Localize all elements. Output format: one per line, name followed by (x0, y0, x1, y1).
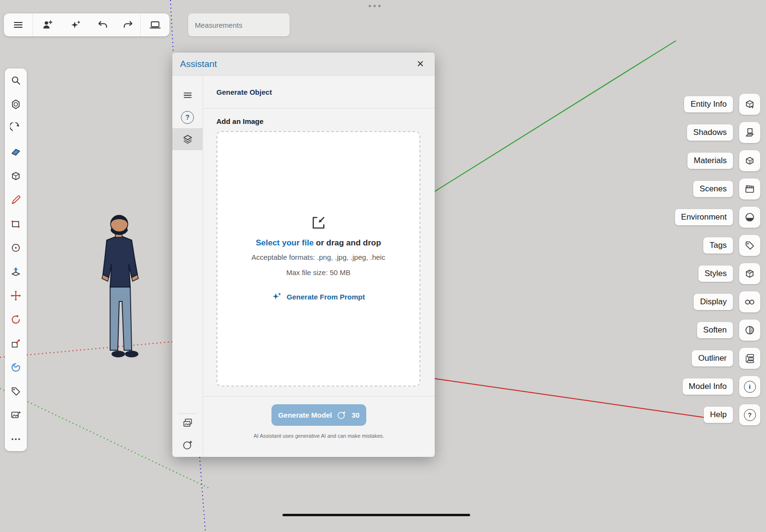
push-pull-icon (10, 266, 22, 277)
insert-image-tool-button[interactable] (5, 403, 27, 427)
rectangle-points-icon (10, 218, 22, 230)
drag-drop-text: or drag and drop (314, 238, 381, 247)
component-tool-button[interactable] (5, 92, 27, 116)
push-pull-tool-button[interactable] (5, 260, 27, 284)
generate-object-content: Add an Image Select your file or drag an… (203, 109, 435, 396)
undo-icon (97, 19, 109, 31)
tag-icon (10, 386, 22, 397)
generate-from-prompt-button[interactable]: Generate From Prompt (269, 291, 368, 302)
panel-label-display[interactable]: Display (694, 294, 733, 310)
panel-label-shadows[interactable]: Shadows (687, 124, 733, 141)
shadows-button[interactable] (739, 122, 760, 143)
panel-label-model-info[interactable]: Model Info (683, 378, 733, 395)
close-button[interactable]: ✕ (414, 56, 427, 71)
circle-tool-button[interactable] (5, 236, 27, 260)
image-sparkle-icon (10, 410, 22, 421)
rotate-tool-button[interactable] (5, 308, 27, 332)
select-file-link[interactable]: Select your file (256, 238, 314, 247)
hamburger-icon (12, 19, 24, 31)
zoom-tool-button[interactable] (5, 68, 27, 92)
tags-button[interactable] (739, 235, 760, 256)
measurements-box (188, 13, 290, 36)
outliner-button[interactable] (739, 348, 760, 369)
section-header: Generate Object (203, 76, 435, 109)
hexagon-icon (10, 99, 22, 110)
assistant-help-button[interactable]: ? (172, 106, 203, 128)
panel-label-entity-info[interactable]: Entity Info (684, 96, 733, 112)
panel-label-help[interactable]: Help (704, 407, 733, 423)
soften-button[interactable] (739, 320, 760, 341)
panel-label-text: Outliner (698, 354, 727, 363)
window-drag-handle-icon[interactable] (369, 5, 381, 7)
eraser-tool-button[interactable] (5, 140, 27, 164)
panel-label-text: Tags (710, 241, 727, 250)
generate-from-prompt-label: Generate From Prompt (287, 293, 365, 301)
paint-tool-button[interactable] (5, 355, 27, 379)
tag-tool-button[interactable] (5, 379, 27, 403)
tag-icon (744, 240, 755, 251)
panel-row-styles: Styles (675, 263, 760, 284)
panel-label-text: Styles (705, 269, 727, 278)
materials-icon (744, 155, 755, 166)
tool-palette (5, 68, 27, 451)
assistant-gallery-button[interactable] (172, 412, 203, 434)
panel-label-environment[interactable]: Environment (675, 209, 733, 225)
section-tool-button[interactable] (5, 164, 27, 188)
sketchup-app: Entity Info Shadows Materials Scenes Env (0, 0, 766, 532)
scale-figure[interactable] (88, 211, 149, 363)
ai-assistant-button[interactable] (62, 13, 90, 36)
red-pencil-icon (10, 194, 22, 206)
assistant-menu-button[interactable] (172, 84, 203, 106)
move-tool-button[interactable] (5, 284, 27, 308)
assistant-dialog-header[interactable]: Assistant ✕ (172, 53, 435, 76)
scenes-button[interactable] (739, 178, 760, 200)
panel-label-text: Scenes (699, 184, 727, 193)
add-person-button[interactable] (33, 13, 62, 36)
glasses-icon (743, 296, 756, 308)
assistant-dialog-body: ? Generate Object Add an Image (172, 76, 435, 457)
scale-tool-button[interactable] (5, 332, 27, 355)
help-circle-icon: ? (181, 111, 194, 124)
main-menu-button[interactable] (4, 13, 33, 36)
orbit-tool-button[interactable] (5, 116, 27, 140)
materials-button[interactable] (739, 150, 760, 171)
undo-button[interactable] (90, 13, 115, 36)
generate-model-button[interactable]: Generate Model 30 (271, 404, 366, 426)
panel-label-text: Entity Info (690, 100, 727, 109)
panel-row-display: Display (675, 291, 760, 312)
panel-label-scenes[interactable]: Scenes (693, 181, 733, 197)
cube-icon (10, 170, 22, 182)
outliner-icon (744, 353, 755, 364)
scale-arrow-icon (10, 338, 22, 349)
panel-label-outliner[interactable]: Outliner (692, 350, 733, 366)
home-indicator[interactable] (282, 514, 470, 516)
photos-icon (182, 417, 193, 429)
assistant-sidebar: ? (172, 76, 203, 457)
file-dropzone[interactable]: Select your file or drag and drop Accept… (216, 131, 420, 387)
device-sync-button[interactable] (141, 13, 169, 36)
styles-button[interactable] (739, 263, 760, 284)
redo-button[interactable] (115, 13, 140, 36)
clapperboard-icon (744, 183, 755, 195)
assistant-generate-tab[interactable] (172, 128, 203, 150)
panel-label-tags[interactable]: Tags (703, 237, 733, 254)
panel-label-soften[interactable]: Soften (697, 322, 733, 338)
shape-tool-button[interactable] (5, 212, 27, 236)
measurements-input[interactable] (188, 21, 290, 29)
panel-label-materials[interactable]: Materials (687, 153, 733, 169)
panel-label-text: Shadows (693, 128, 727, 137)
marker-tool-button[interactable] (5, 188, 27, 212)
top-toolbar (4, 13, 169, 36)
display-button[interactable] (739, 291, 760, 312)
hamburger-icon (182, 90, 193, 100)
entity-info-button[interactable] (739, 94, 760, 115)
panel-row-materials: Materials (675, 150, 760, 171)
more-tools-button[interactable] (5, 427, 27, 451)
panel-row-outliner: Outliner (675, 348, 760, 369)
help-button[interactable]: ? (739, 404, 760, 425)
ellipsis-icon (10, 433, 22, 445)
panel-label-styles[interactable]: Styles (698, 266, 733, 282)
assistant-credits-button[interactable] (172, 434, 203, 456)
model-info-button[interactable]: i (739, 376, 760, 397)
environment-button[interactable] (739, 207, 760, 228)
